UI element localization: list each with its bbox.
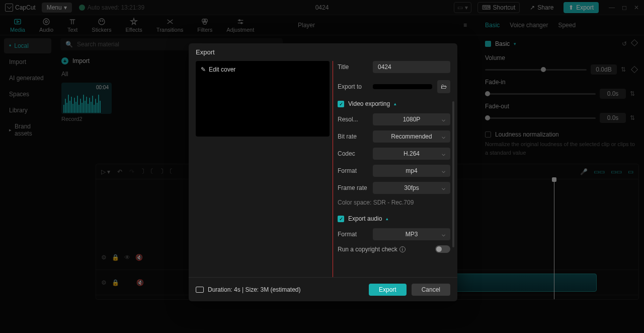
colorspace-info: Color space: SDR - Rec.709 xyxy=(338,199,450,206)
cancel-button[interactable]: Cancel xyxy=(412,284,450,296)
edit-cover-button[interactable]: ✎ Edit cover xyxy=(201,66,325,73)
export-modal: Export ✎ Edit cover Title 0424 Export to… xyxy=(189,43,457,301)
film-icon xyxy=(196,287,204,293)
framerate-label: Frame rate xyxy=(338,184,373,191)
codec-label: Codec xyxy=(338,150,373,157)
video-exporting-label: Video exporting xyxy=(348,100,390,107)
framerate-select[interactable]: 30fps xyxy=(373,182,450,194)
resolution-select[interactable]: 1080P xyxy=(373,113,450,125)
export-button[interactable]: Export xyxy=(369,284,407,296)
audio-export-checkbox[interactable]: ✓ xyxy=(338,216,344,222)
modal-title: Export xyxy=(189,43,457,61)
title-input[interactable]: 0424 xyxy=(373,61,450,73)
edit-cover-label: Edit cover xyxy=(209,66,235,73)
video-export-checkbox[interactable]: ✓ xyxy=(338,101,344,107)
copyright-label: Run a copyright check xyxy=(338,246,397,253)
folder-button[interactable]: 🗁 xyxy=(437,80,450,93)
collapse-icon[interactable]: ▴ xyxy=(394,101,396,106)
exportto-label: Export to xyxy=(338,83,368,90)
codec-select[interactable]: H.264 xyxy=(373,148,450,160)
folder-icon: 🗁 xyxy=(441,83,447,90)
bitrate-select[interactable]: Recommended xyxy=(373,130,450,143)
copyright-toggle[interactable] xyxy=(435,245,450,253)
collapse-icon[interactable]: ▴ xyxy=(386,216,388,221)
info-icon[interactable]: i xyxy=(399,246,406,252)
resolution-label: Resol... xyxy=(338,116,373,123)
duration-info: Duration: 4s | Size: 3M (estimated) xyxy=(208,286,301,293)
exportto-input[interactable] xyxy=(373,84,432,89)
format-label: Format xyxy=(338,167,373,174)
export-audio-label: Export audio xyxy=(348,215,382,222)
pencil-icon: ✎ xyxy=(201,66,206,73)
audio-format-label: Format xyxy=(338,231,373,238)
title-field-label: Title xyxy=(338,63,368,71)
bitrate-label: Bit rate xyxy=(338,133,373,140)
scrollbar[interactable] xyxy=(452,101,454,247)
format-select[interactable]: mp4 xyxy=(373,165,450,177)
cover-preview[interactable]: ✎ Edit cover xyxy=(196,61,330,137)
audio-format-select[interactable]: MP3 xyxy=(373,228,450,240)
